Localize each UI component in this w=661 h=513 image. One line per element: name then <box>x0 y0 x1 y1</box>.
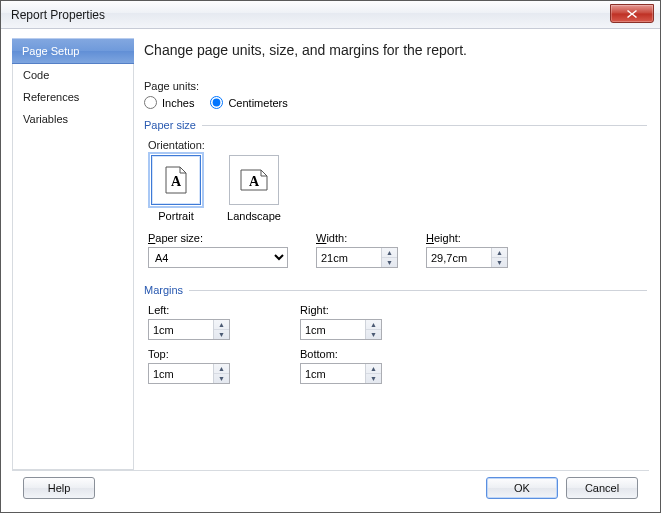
landscape-page-icon: A <box>240 169 268 191</box>
sidebar-item-references[interactable]: References <box>13 86 133 108</box>
margin-top-label: Top: <box>148 348 298 360</box>
dialog-footer: Help OK Cancel <box>12 470 649 504</box>
width-spin-up[interactable]: ▲ <box>382 248 397 258</box>
width-input[interactable] <box>317 248 381 267</box>
radio-centimeters-input[interactable] <box>210 96 223 109</box>
margin-right-spin-up[interactable]: ▲ <box>366 320 381 330</box>
svg-text:A: A <box>171 174 182 189</box>
sidebar-item-variables[interactable]: Variables <box>13 108 133 130</box>
paper-size-legend: Paper size <box>144 119 202 131</box>
page-units-label: Page units: <box>144 80 647 92</box>
height-spin-up[interactable]: ▲ <box>492 248 507 258</box>
radio-centimeters-label: Centimeters <box>228 97 287 109</box>
margin-bottom-spin-up[interactable]: ▲ <box>366 364 381 374</box>
paper-size-select[interactable]: A4 <box>148 247 288 268</box>
page-units-group: Inches Centimeters <box>144 96 647 109</box>
orientation-portrait[interactable]: A Portrait <box>148 155 204 222</box>
height-input[interactable] <box>427 248 491 267</box>
margin-bottom-spinbox[interactable]: ▲▼ <box>300 363 382 384</box>
margin-left-spinbox[interactable]: ▲▼ <box>148 319 230 340</box>
portrait-page-icon: A <box>165 166 187 194</box>
margin-bottom-label: Bottom: <box>300 348 450 360</box>
margin-top-spin-up[interactable]: ▲ <box>214 364 229 374</box>
close-button[interactable] <box>610 4 654 23</box>
orientation-portrait-label: Portrait <box>158 210 193 222</box>
ok-button[interactable]: OK <box>486 477 558 499</box>
paper-size-section: Paper size <box>144 119 647 131</box>
radio-inches[interactable]: Inches <box>144 96 194 109</box>
svg-text:A: A <box>249 174 260 189</box>
margin-right-input[interactable] <box>301 320 365 339</box>
title-bar: Report Properties <box>1 1 660 29</box>
margin-right-spinbox[interactable]: ▲▼ <box>300 319 382 340</box>
margin-right-label: Right: <box>300 304 450 316</box>
margin-bottom-input[interactable] <box>301 364 365 383</box>
help-button[interactable]: Help <box>23 477 95 499</box>
sidebar-item-code[interactable]: Code <box>13 64 133 86</box>
orientation-portrait-box[interactable]: A <box>151 155 201 205</box>
margin-bottom-spin-down[interactable]: ▼ <box>366 374 381 383</box>
margin-left-spin-up[interactable]: ▲ <box>214 320 229 330</box>
height-spin-down[interactable]: ▼ <box>492 258 507 267</box>
width-spinbox[interactable]: ▲▼ <box>316 247 398 268</box>
orientation-landscape[interactable]: A Landscape <box>226 155 282 222</box>
margin-left-input[interactable] <box>149 320 213 339</box>
width-spin-down[interactable]: ▼ <box>382 258 397 267</box>
radio-inches-input[interactable] <box>144 96 157 109</box>
margins-section: Margins <box>144 284 647 296</box>
margin-top-input[interactable] <box>149 364 213 383</box>
content-pane: Change page units, size, and margins for… <box>142 38 649 470</box>
window-title: Report Properties <box>11 8 105 22</box>
radio-centimeters[interactable]: Centimeters <box>210 96 287 109</box>
margin-right-spin-down[interactable]: ▼ <box>366 330 381 339</box>
close-icon <box>627 10 637 18</box>
orientation-label: Orientation: <box>148 139 647 151</box>
page-heading: Change page units, size, and margins for… <box>144 42 647 58</box>
cancel-button[interactable]: Cancel <box>566 477 638 499</box>
radio-inches-label: Inches <box>162 97 194 109</box>
sidebar: Page Setup Code References Variables <box>12 38 134 470</box>
margin-top-spin-down[interactable]: ▼ <box>214 374 229 383</box>
width-label: Width: <box>316 232 398 244</box>
sidebar-item-page-setup[interactable]: Page Setup <box>12 38 134 64</box>
paper-size-label: Paper size: <box>148 232 288 244</box>
margin-left-label: Left: <box>148 304 298 316</box>
margin-left-spin-down[interactable]: ▼ <box>214 330 229 339</box>
height-label: Height: <box>426 232 508 244</box>
height-spinbox[interactable]: ▲▼ <box>426 247 508 268</box>
margins-legend: Margins <box>144 284 189 296</box>
margin-top-spinbox[interactable]: ▲▼ <box>148 363 230 384</box>
orientation-landscape-label: Landscape <box>227 210 281 222</box>
orientation-landscape-box[interactable]: A <box>229 155 279 205</box>
